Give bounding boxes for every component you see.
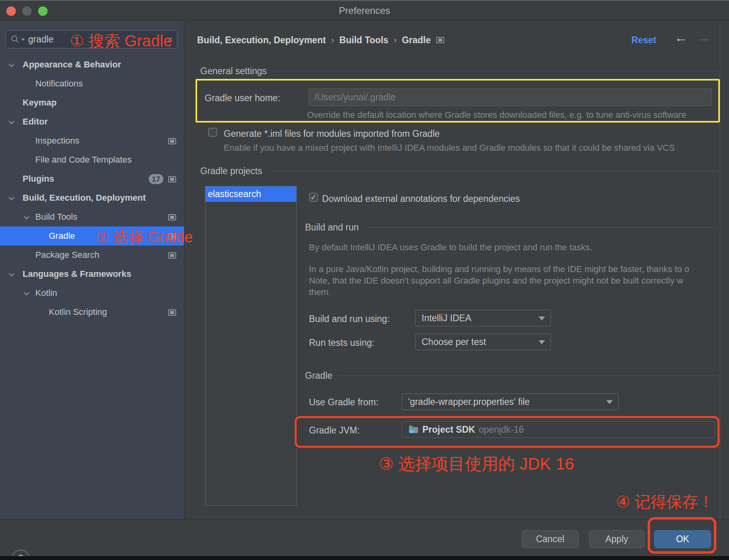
run-tests-label: Run tests using:	[309, 338, 374, 348]
sidebar-item-label: Gradle	[49, 226, 75, 245]
gradle-jvm-version: openjdk-16	[479, 424, 524, 435]
sidebar-item-build-execution-deployment[interactable]: Build, Execution, Deployment	[0, 188, 184, 207]
section-gradle-projects: Gradle projects	[200, 166, 718, 176]
settings-sidebar: × Appearance & BehaviorNotificationsKeym…	[0, 21, 184, 519]
use-gradle-from-dropdown[interactable]: 'gradle-wrapper.properties' file	[402, 393, 619, 410]
download-annotations-label[interactable]: Download external annotations for depend…	[322, 194, 520, 204]
sidebar-item-languages-frameworks[interactable]: Languages & Frameworks	[0, 265, 184, 284]
search-icon	[11, 35, 19, 44]
sidebar-item-label: Kotlin Scripting	[49, 303, 107, 322]
sidebar-item-label: Editor	[23, 112, 48, 131]
build-using-dropdown[interactable]: IntelliJ IDEA	[415, 310, 551, 326]
build-run-description: By default IntelliJ IDEA uses Gradle to …	[309, 242, 718, 253]
breadcrumb-item[interactable]: Gradle	[402, 35, 431, 46]
sidebar-item-label: File and Code Templates	[35, 150, 132, 169]
screen-icon	[168, 176, 176, 182]
forward-arrow-icon: →	[697, 30, 710, 45]
scroll-edge-line	[720, 21, 720, 519]
sidebar-item-label: Notifications	[35, 74, 83, 93]
run-tests-dropdown[interactable]: Choose per test	[415, 334, 551, 350]
sidebar-item-package-search[interactable]: Package Search	[0, 245, 184, 265]
chevron-down-icon[interactable]	[9, 271, 14, 276]
jdk-folder-icon	[408, 425, 419, 435]
chevron-down-icon	[606, 400, 613, 404]
gradle-project-item[interactable]: elasticsearch	[205, 186, 296, 202]
sidebar-item-label: Kotlin	[35, 284, 57, 303]
build-run-note: In a pure Java/Kotlin project, building …	[309, 263, 718, 298]
download-annotations-checkbox[interactable]	[309, 193, 318, 202]
window-bottom-edge	[0, 556, 729, 560]
screen-icon	[168, 138, 176, 144]
gradle-projects-list: elasticsearch	[205, 186, 297, 506]
sidebar-item-kotlin-scripting[interactable]: Kotlin Scripting	[0, 303, 184, 322]
breadcrumb: Build, Execution, Deployment›Build Tools…	[197, 34, 444, 46]
sidebar-item-file-and-code-templates[interactable]: File and Code Templates	[0, 150, 184, 169]
ok-button[interactable]: OK	[654, 530, 711, 548]
gradle-user-home-hint: Override the default location where Grad…	[307, 110, 718, 120]
sidebar-item-keymap[interactable]: Keymap	[0, 93, 184, 112]
build-using-label: Build and run using:	[309, 314, 389, 324]
gradle-jvm-combo[interactable]: Project SDK openjdk-16	[402, 421, 715, 438]
preferences-window: Preferences × Appearance & BehaviorNotif…	[0, 0, 729, 560]
chevron-down-icon[interactable]	[9, 119, 14, 124]
annotation-step4: ④ 记得保存！	[616, 491, 714, 513]
reset-link[interactable]: Reset	[631, 35, 656, 46]
sidebar-item-label: Appearance & Behavior	[23, 55, 121, 74]
search-options-caret-icon[interactable]	[21, 38, 25, 41]
annotation-step2: ② 选择 Gralde	[96, 227, 193, 247]
sidebar-item-plugins[interactable]: Plugins17	[0, 169, 184, 188]
sidebar-item-label: Package Search	[35, 245, 99, 265]
gradle-user-home-input[interactable]	[309, 88, 712, 106]
sidebar-item-label: Build Tools	[35, 207, 77, 226]
footer-divider	[0, 519, 729, 520]
gradle-user-home-label: Gradle user home:	[205, 93, 280, 104]
sidebar-item-editor[interactable]: Editor	[0, 112, 184, 131]
screen-icon	[168, 214, 176, 221]
sidebar-item-build-tools[interactable]: Build Tools	[0, 207, 184, 226]
use-gradle-from-label: Use Gradle from:	[309, 397, 378, 408]
chevron-down-icon	[539, 340, 545, 344]
sidebar-item-label: Keymap	[23, 93, 57, 112]
chevron-down-icon	[539, 316, 545, 320]
annotation-step3: ③ 选择项目使用的 JDK 16	[379, 453, 574, 475]
screen-icon	[168, 252, 176, 259]
window-title: Preferences	[0, 1, 729, 21]
section-general-settings: General settings	[200, 66, 718, 77]
breadcrumb-item[interactable]: Build, Execution, Deployment	[197, 35, 326, 46]
breadcrumb-item[interactable]: Build Tools	[340, 35, 389, 46]
sidebar-item-label: Build, Execution, Deployment	[23, 188, 146, 207]
chevron-down-icon[interactable]	[24, 290, 29, 295]
generate-iml-label[interactable]: Generate *.iml files for modules importe…	[224, 128, 440, 139]
chevron-down-icon[interactable]	[24, 214, 29, 219]
sidebar-item-appearance-behavior[interactable]: Appearance & Behavior	[0, 55, 184, 74]
plugins-count-badge: 17	[149, 174, 163, 184]
sidebar-item-notifications[interactable]: Notifications	[0, 74, 184, 93]
cancel-button[interactable]: Cancel	[522, 530, 579, 548]
annotation-step1: ① 搜索 Gradle	[70, 30, 172, 52]
gradle-jvm-label: Gradle JVM:	[309, 425, 360, 436]
sidebar-item-kotlin[interactable]: Kotlin	[0, 284, 184, 303]
apply-button[interactable]: Apply	[589, 530, 645, 548]
generate-iml-checkbox[interactable]	[208, 128, 217, 137]
breadcrumb-separator: ›	[331, 35, 334, 46]
back-arrow-icon[interactable]: ←	[674, 30, 687, 45]
sidebar-item-label: Plugins	[23, 169, 54, 188]
title-bar: Preferences	[0, 0, 729, 21]
breadcrumb-separator: ›	[393, 35, 397, 46]
sidebar-item-inspections[interactable]: Inspections	[0, 131, 184, 150]
screen-icon	[436, 37, 444, 43]
sidebar-item-label: Inspections	[35, 131, 79, 150]
chevron-down-icon[interactable]	[9, 195, 14, 200]
sidebar-item-label: Languages & Frameworks	[23, 265, 131, 284]
screen-icon	[168, 309, 176, 316]
gradle-jvm-value: Project SDK	[422, 424, 475, 435]
section-gradle: Gradle	[305, 370, 718, 381]
generate-iml-hint: Enable if you have a mixed project with …	[224, 143, 718, 153]
chevron-down-icon[interactable]	[9, 61, 14, 67]
section-build-and-run: Build and run	[305, 222, 718, 233]
